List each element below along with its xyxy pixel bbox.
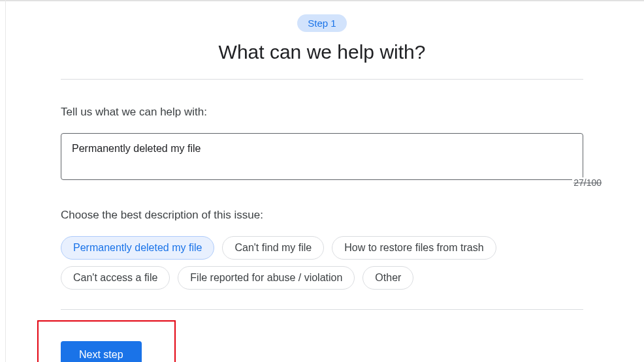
form-container: Step 1 What can we help with? Tell us wh… (61, 0, 583, 362)
textarea-wrapper: 27/100 (61, 133, 583, 183)
step-badge: Step 1 (297, 14, 346, 32)
chip-cant-find[interactable]: Can't find my file (222, 236, 324, 260)
page-title: What can we help with? (61, 41, 583, 63)
window-top-edge (0, 0, 644, 1)
divider-bottom (61, 309, 583, 310)
chip-restore-from-trash[interactable]: How to restore files from trash (332, 236, 496, 260)
window-left-edge (5, 0, 6, 362)
chip-other[interactable]: Other (362, 266, 413, 290)
choose-description-label: Choose the best description of this issu… (61, 209, 583, 222)
chip-cant-access[interactable]: Can't access a file (61, 266, 170, 290)
help-prompt-label: Tell us what we can help with: (61, 106, 583, 119)
issue-chip-group: Permanently deleted my file Can't find m… (61, 236, 583, 290)
char-counter: 27/100 (572, 177, 603, 188)
divider-top (61, 79, 583, 80)
action-area: Next step (61, 323, 583, 362)
chip-permanently-deleted[interactable]: Permanently deleted my file (61, 236, 214, 260)
next-step-button[interactable]: Next step (61, 341, 142, 362)
issue-textarea[interactable] (61, 133, 583, 180)
chip-reported-abuse[interactable]: File reported for abuse / violation (178, 266, 355, 290)
